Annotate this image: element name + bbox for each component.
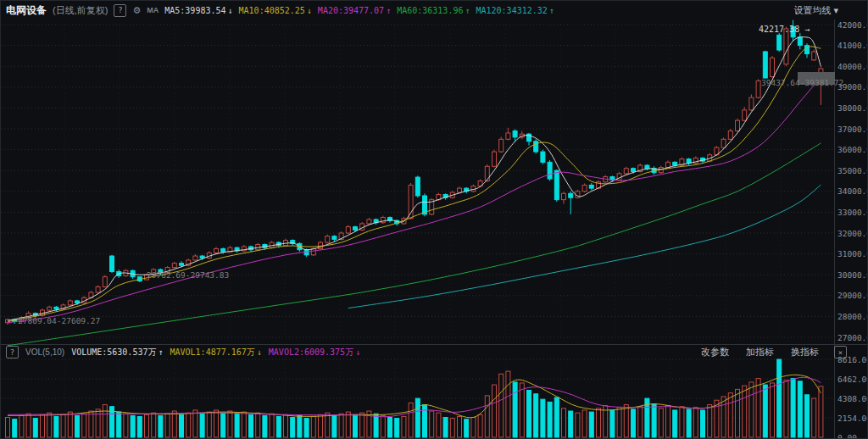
volume-value: VOLUME:5630.537万↑ (71, 347, 163, 358)
set-ma-button[interactable]: 设置均线 ▾ (793, 4, 838, 17)
svg-text:35000.0: 35000.0 (837, 166, 868, 175)
svg-text:0.00: 0.00 (837, 433, 857, 439)
vol-indicator-label: VOL(5,10) (25, 347, 64, 357)
mavol1-trend-arrow-icon: ↓ (257, 347, 262, 357)
switch-indicator-button[interactable]: 换指标 (791, 346, 819, 358)
svg-text:27000.0: 27000.0 (837, 333, 868, 342)
svg-text:37000.0: 37000.0 (837, 125, 868, 134)
ma20-value: MA20:39477.07↑ (318, 6, 391, 15)
svg-text:42217.38 →: 42217.38 → (759, 25, 810, 34)
svg-text:30000.0: 30000.0 (837, 270, 868, 280)
sector-title: 电网设备 (6, 3, 47, 18)
grid-layer (1, 25, 834, 437)
chart-canvas[interactable]: 42000.041000.040000.039000.038000.037000… (1, 1, 868, 439)
ma10-value: MA10:40852.25↓ (239, 6, 312, 15)
svg-text:33000.0: 33000.0 (837, 208, 868, 217)
ma-lines-layer (8, 37, 821, 346)
ma5-value: MA5:39983.54↓ (164, 6, 232, 15)
ma5-trend-arrow-icon: ↓ (228, 6, 233, 15)
ma-group-tag: MA (147, 6, 159, 14)
ma-line-MA20 (8, 77, 821, 323)
ma120-trend-arrow-icon: ↑ (549, 6, 554, 15)
vol-ma-line-MAVOL1 (8, 375, 821, 418)
volume-pane-header: ? VOL(5,10) VOLUME:5630.537万↑ MAVOL1:487… (6, 346, 865, 358)
svg-text:42000.0: 42000.0 (837, 20, 868, 30)
frame-layer (1, 19, 868, 439)
svg-text:28000.0: 28000.0 (837, 312, 868, 321)
ma-line-MA5 (8, 37, 821, 321)
svg-text:40000.0: 40000.0 (837, 62, 868, 71)
svg-text:41000.0: 41000.0 (837, 41, 868, 50)
gear-icon[interactable]: ⚙ (132, 5, 141, 16)
edit-params-button[interactable]: 改参数 (701, 346, 729, 358)
vol-ma-line-MAVOL2 (8, 377, 821, 416)
svg-text:6462.00: 6462.00 (837, 375, 868, 384)
svg-text:36000.0: 36000.0 (837, 145, 868, 154)
svg-text:29000.0: 29000.0 (837, 291, 868, 300)
chart-mode-label: (日线,前复权) (53, 4, 108, 17)
ma-line-MA60 (8, 143, 821, 346)
mavol2-trend-arrow-icon: ↓ (355, 347, 360, 357)
ma10-trend-arrow-icon: ↓ (307, 6, 312, 15)
volume-layer (6, 359, 823, 437)
vol-ma-lines-layer (8, 375, 821, 418)
ma60-trend-arrow-icon: ↑ (465, 6, 470, 15)
vol-help-icon[interactable]: ? (6, 346, 19, 358)
help-icon[interactable]: ? (114, 4, 126, 17)
svg-text:2154.00: 2154.00 (837, 414, 868, 423)
ma120-value: MA120:34312.32↑ (476, 6, 554, 15)
caret-down-icon: ▾ (833, 5, 838, 15)
ma-line-MA10 (8, 47, 821, 322)
ma20-trend-arrow-icon: ↑ (386, 6, 391, 15)
candles-layer (6, 20, 823, 325)
mavol1-value: MAVOL1:4877.167万↓ (170, 347, 261, 358)
main-chart-header: 电网设备 (日线,前复权) ? ⚙ MA MA5:39983.54↓ MA10:… (6, 3, 864, 17)
svg-text:34000.0: 34000.0 (837, 186, 868, 196)
stock-chart-app: 42000.041000.040000.039000.038000.037000… (0, 0, 868, 439)
svg-text:38000.0: 38000.0 (837, 103, 868, 113)
svg-text:31000.0: 31000.0 (837, 249, 868, 258)
svg-text:29702.69-29743.83: 29702.69-29743.83 (147, 270, 229, 280)
close-indicator-icon[interactable]: × (834, 346, 847, 358)
mavol2-value: MAVOL2:6009.375万↓ (269, 347, 360, 358)
ma60-value: MA60:36313.96↑ (397, 6, 470, 15)
volume-trend-arrow-icon: ↑ (158, 347, 163, 357)
svg-text:27809.04-27609.27: 27809.04-27609.27 (18, 316, 100, 325)
svg-text:32000.0: 32000.0 (837, 229, 868, 238)
svg-text:4308.00: 4308.00 (837, 394, 868, 403)
add-indicator-button[interactable]: 加指标 (746, 346, 774, 358)
svg-text:39437.64-39381.72: 39437.64-39381.72 (761, 78, 843, 87)
